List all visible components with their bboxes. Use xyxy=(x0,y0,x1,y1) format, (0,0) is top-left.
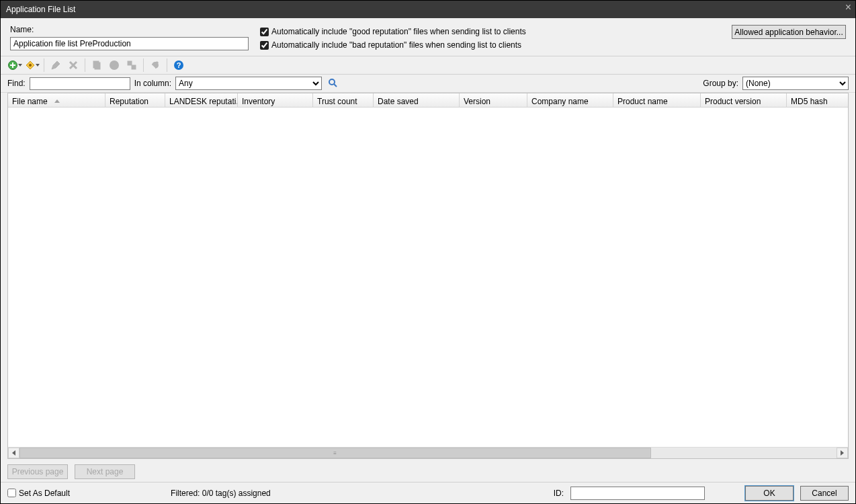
copy-button xyxy=(89,58,104,73)
grid-body[interactable] xyxy=(8,108,848,447)
ok-button[interactable]: OK xyxy=(745,486,794,501)
find-bar: Find: In column: Any Group by: (None) xyxy=(1,75,855,93)
svg-rect-10 xyxy=(132,65,136,69)
col-product-name[interactable]: Product name xyxy=(613,93,701,107)
col-trust-count[interactable]: Trust count xyxy=(313,93,374,107)
col-version[interactable]: Version xyxy=(460,93,527,107)
col-inventory[interactable]: Inventory xyxy=(238,93,313,107)
svg-text:?: ? xyxy=(155,60,159,67)
in-column-label: In column: xyxy=(134,79,171,88)
scroll-right-button[interactable] xyxy=(837,448,848,458)
form-area: Name: Automatically include "good reputa… xyxy=(1,18,855,56)
toolbar-separator xyxy=(44,58,44,72)
svg-point-14 xyxy=(329,79,335,85)
chevron-down-icon xyxy=(36,64,40,67)
block-button xyxy=(107,58,122,73)
bad-reputation-checkbox[interactable] xyxy=(260,41,269,50)
good-reputation-label: Automatically include "good reputation" … xyxy=(271,27,526,36)
toolbar-separator xyxy=(85,58,85,72)
multi-copy-button xyxy=(124,58,139,73)
help-button[interactable]: ? xyxy=(171,58,186,73)
allowed-behavior-button[interactable]: Allowed application behavior... xyxy=(732,25,846,39)
previous-page-button: Previous page xyxy=(7,464,68,479)
window-title: Application File List xyxy=(6,5,75,14)
close-icon[interactable]: × xyxy=(845,2,851,13)
toolbar-separator xyxy=(143,58,144,72)
chevron-down-icon xyxy=(18,64,22,67)
delete-button xyxy=(66,58,81,73)
refresh-query-button: ? xyxy=(148,58,163,73)
sort-ascending-icon xyxy=(54,99,60,103)
group-by-select[interactable]: (None) xyxy=(742,77,849,90)
svg-rect-9 xyxy=(128,61,132,65)
name-block: Name: xyxy=(10,25,252,50)
col-company-name[interactable]: Company name xyxy=(527,93,613,107)
dialog-window: Application File List × Name: Automatica… xyxy=(0,0,856,504)
cancel-button[interactable]: Cancel xyxy=(800,486,849,501)
set-as-default-label: Set As Default xyxy=(19,489,70,498)
svg-point-4 xyxy=(29,64,32,67)
horizontal-scrollbar[interactable]: ≡ xyxy=(8,447,848,458)
find-input[interactable] xyxy=(30,77,130,90)
id-label: ID: xyxy=(554,489,564,498)
scroll-left-button[interactable] xyxy=(8,448,19,458)
svg-rect-2 xyxy=(10,65,15,66)
checkbox-group: Automatically include "good reputation" … xyxy=(260,25,724,52)
add-button[interactable] xyxy=(7,58,22,73)
edit-button xyxy=(48,58,63,73)
next-page-button: Next page xyxy=(75,464,135,479)
grid-header: File name Reputation LANDESK reputati...… xyxy=(8,93,848,108)
reputation-dropdown-button[interactable] xyxy=(25,58,40,73)
status-bar: Set As Default Filtered: 0/0 tag(s) assi… xyxy=(1,482,855,503)
id-input[interactable] xyxy=(570,487,705,500)
bad-reputation-label: Automatically include "bad reputation" f… xyxy=(271,40,521,50)
col-md5-hash[interactable]: MD5 hash xyxy=(787,93,848,107)
svg-text:?: ? xyxy=(177,61,181,69)
data-grid: File name Reputation LANDESK reputati...… xyxy=(7,93,849,459)
toolbar: ? ? xyxy=(1,56,855,75)
filtered-status: Filtered: 0/0 tag(s) assigned xyxy=(171,489,271,498)
in-column-select[interactable]: Any xyxy=(175,77,322,90)
behavior-button-wrap: Allowed application behavior... xyxy=(732,25,846,39)
find-label: Find: xyxy=(7,79,26,88)
scroll-thumb[interactable]: ≡ xyxy=(19,448,651,458)
title-bar: Application File List × xyxy=(1,1,855,18)
col-reputation[interactable]: Reputation xyxy=(105,93,165,107)
search-icon[interactable] xyxy=(326,77,341,90)
toolbar-separator xyxy=(167,58,167,72)
good-reputation-checkbox[interactable] xyxy=(260,28,269,36)
content-area: Name: Automatically include "good reputa… xyxy=(1,18,855,503)
group-by-label: Group by: xyxy=(703,79,738,88)
svg-line-15 xyxy=(334,84,337,87)
col-date-saved[interactable]: Date saved xyxy=(374,93,460,107)
svg-rect-6 xyxy=(95,62,100,69)
set-as-default-checkbox[interactable] xyxy=(7,489,16,497)
col-product-version[interactable]: Product version xyxy=(701,93,787,107)
name-input[interactable] xyxy=(10,37,249,50)
name-label: Name: xyxy=(10,25,252,34)
col-file-name[interactable]: File name xyxy=(8,93,105,107)
scroll-track[interactable]: ≡ xyxy=(19,448,837,458)
pager: Previous page Next page xyxy=(1,462,855,482)
col-landesk-reputation[interactable]: LANDESK reputati... xyxy=(165,93,238,107)
